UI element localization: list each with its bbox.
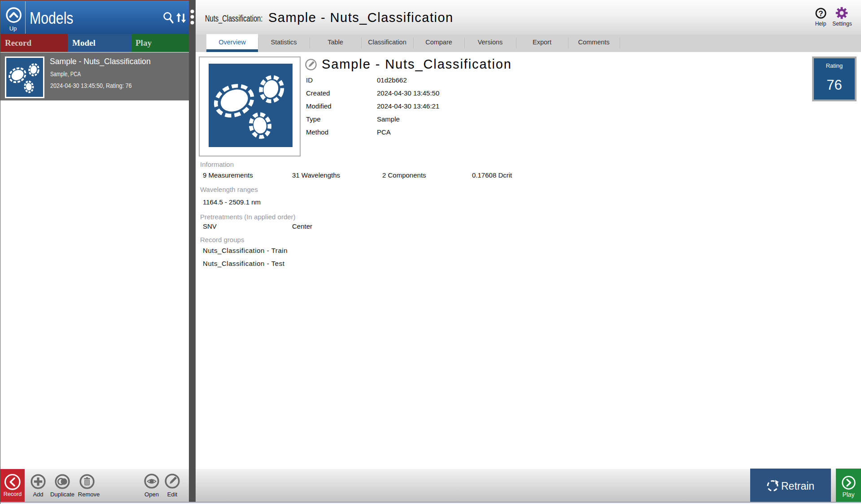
svg-text:?: ? [818, 9, 823, 18]
